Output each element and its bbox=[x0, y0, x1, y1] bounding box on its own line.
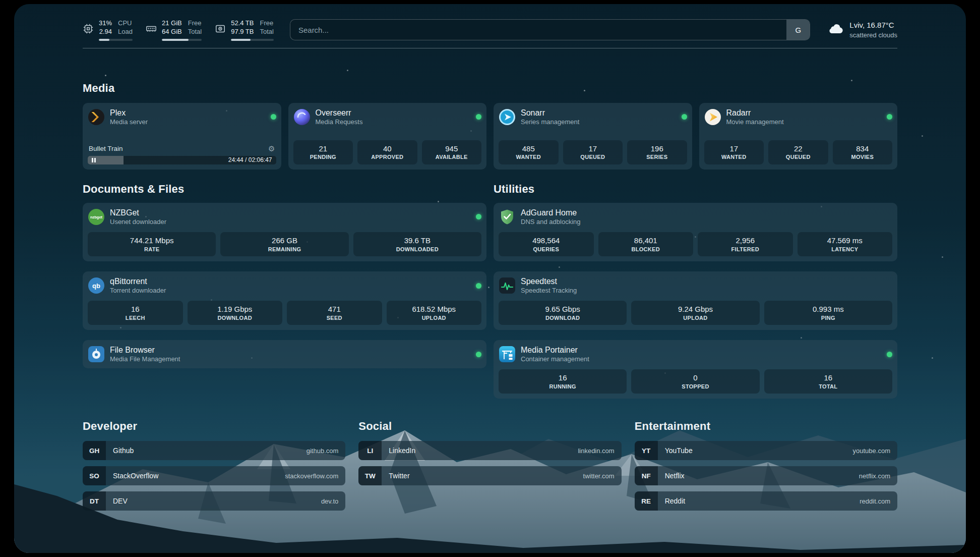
bookmark-twitter[interactable]: TW Twitter twitter.com bbox=[358, 466, 621, 485]
bookmark-abbr: DT bbox=[83, 491, 106, 511]
developer-section-title: Developer bbox=[83, 420, 345, 433]
service-card-nzbget[interactable]: nzbget NZBGet Usenet downloader 74 bbox=[83, 203, 486, 261]
service-card-plex[interactable]: Plex Media server Bullet Train ⚙ bbox=[83, 103, 281, 170]
service-name: Media Portainer bbox=[521, 345, 589, 355]
social-section-title: Social bbox=[358, 420, 621, 433]
service-name: AdGuard Home bbox=[521, 208, 581, 218]
bookmark-name: DEV bbox=[113, 497, 128, 505]
bookmark-name: Netflix bbox=[665, 472, 685, 480]
stat-wanted: 485 WANTED bbox=[499, 140, 559, 164]
bookmark-dev[interactable]: DT DEV dev.to bbox=[83, 491, 345, 511]
disk-total-label: Total bbox=[260, 28, 273, 36]
bookmark-url: dev.to bbox=[321, 497, 338, 505]
stat-queries: 498,564 QUERIES bbox=[499, 232, 594, 256]
resource-widgets: 31% 2.94 CPU Load bbox=[83, 19, 274, 41]
plex-now-playing: Bullet Train ⚙ 24:44 / 02:06:47 bbox=[88, 145, 276, 164]
stat-available: 945 AVAILABLE bbox=[422, 140, 482, 164]
service-name: File Browser bbox=[110, 345, 180, 355]
service-description: Media Requests bbox=[316, 118, 363, 126]
disk-icon bbox=[215, 23, 226, 36]
pause-icon[interactable] bbox=[91, 158, 96, 162]
service-card-filebrowser[interactable]: File Browser Media File Management bbox=[83, 340, 486, 368]
service-card-overseerr[interactable]: Overseerr Media Requests 21 PENDING 40 A… bbox=[288, 103, 487, 170]
service-description: Movie management bbox=[726, 118, 784, 126]
cpu-load-value: 2.94 bbox=[99, 28, 112, 36]
stat-pending: 21 PENDING bbox=[293, 140, 353, 164]
service-card-adguard[interactable]: AdGuard Home DNS and adblocking 498,564 … bbox=[494, 203, 897, 261]
bookmark-abbr: LI bbox=[358, 441, 382, 460]
bookmark-netflix[interactable]: NF Netflix netflix.com bbox=[635, 466, 897, 485]
service-card-speedtest[interactable]: Speedtest Speedtest Tracking 9.65 Gbps D… bbox=[494, 271, 897, 330]
status-dot bbox=[682, 114, 687, 120]
stat-ping: 0.993 ms PING bbox=[764, 301, 892, 325]
stat-rate: 744.21 Mbps RATE bbox=[88, 232, 216, 256]
weather-location: Lviv, 16.87°C bbox=[849, 20, 897, 30]
service-description: Container management bbox=[521, 355, 589, 363]
stat-approved: 40 APPROVED bbox=[357, 140, 417, 164]
bookmark-github[interactable]: GH Github github.com bbox=[83, 441, 345, 460]
section-documents-files: Documents & Files nzbget bbox=[83, 183, 486, 399]
bookmark-name: StackOverflow bbox=[113, 472, 158, 480]
bookmarks-developer: Developer GH Github github.com SO StackO… bbox=[83, 420, 345, 511]
bookmark-url: reddit.com bbox=[860, 497, 890, 505]
service-description: Series management bbox=[521, 118, 579, 126]
bookmark-url: github.com bbox=[307, 447, 339, 455]
stat-total: 16 TOTAL bbox=[764, 369, 892, 394]
service-card-portainer[interactable]: Media Portainer Container management 16 … bbox=[494, 340, 897, 399]
service-description: Torrent downloader bbox=[110, 287, 166, 295]
section-media: Media Plex bbox=[83, 82, 897, 170]
bookmarks-social: Social LI LinkedIn linkedin.com TW Twitt… bbox=[358, 420, 621, 511]
utilities-section-title: Utilities bbox=[494, 183, 897, 196]
service-card-radarr[interactable]: Radarr Movie management 17 WANTED 22 QUE… bbox=[699, 103, 898, 170]
disk-free-value: 52.4 TB bbox=[231, 19, 254, 28]
radarr-icon bbox=[704, 108, 721, 126]
memory-free-label: Free bbox=[188, 19, 202, 28]
filebrowser-icon bbox=[88, 346, 105, 363]
stat-filtered: 2,956 FILTERED bbox=[698, 232, 793, 256]
bookmark-abbr: YT bbox=[635, 441, 658, 460]
stat-upload: 618.52 Mbps UPLOAD bbox=[387, 301, 482, 325]
status-dot bbox=[476, 352, 481, 357]
adguard-icon bbox=[499, 208, 516, 226]
overseerr-icon bbox=[293, 108, 311, 126]
service-name: Radarr bbox=[726, 108, 784, 118]
media-section-title: Media bbox=[83, 82, 897, 95]
service-description: Speedtest Tracking bbox=[521, 287, 577, 295]
bookmark-url: linkedin.com bbox=[578, 447, 614, 455]
cpu-label: CPU bbox=[118, 19, 133, 28]
stat-download: 1.19 Gbps DOWNLOAD bbox=[188, 301, 283, 325]
stat-downloaded: 39.6 TB DOWNLOADED bbox=[353, 232, 481, 256]
memory-total-label: Total bbox=[188, 28, 202, 36]
stat-queued: 17 QUEUED bbox=[563, 140, 623, 164]
portainer-icon bbox=[499, 346, 516, 363]
bookmark-linkedin[interactable]: LI LinkedIn linkedin.com bbox=[358, 441, 621, 460]
bookmark-url: twitter.com bbox=[583, 472, 615, 480]
service-name: Plex bbox=[110, 108, 148, 118]
search-input[interactable] bbox=[290, 20, 786, 40]
status-dot bbox=[887, 352, 892, 357]
bookmark-abbr: TW bbox=[358, 466, 382, 485]
search-provider-button[interactable]: G bbox=[786, 20, 810, 40]
bookmark-stackoverflow[interactable]: SO StackOverflow stackoverflow.com bbox=[83, 466, 345, 485]
service-card-sonarr[interactable]: Sonarr Series management 485 WANTED 17 Q… bbox=[494, 103, 692, 170]
playback-progress-bar[interactable]: 24:44 / 02:06:47 bbox=[88, 156, 276, 164]
stat-blocked: 86,401 BLOCKED bbox=[598, 232, 694, 256]
speedtest-icon bbox=[499, 277, 516, 294]
service-name: Sonarr bbox=[521, 108, 579, 118]
sonarr-icon bbox=[499, 108, 516, 126]
entertainment-section-title: Entertainment bbox=[635, 420, 897, 433]
status-dot bbox=[476, 214, 481, 219]
bookmark-abbr: RE bbox=[635, 491, 658, 511]
gear-icon[interactable]: ⚙ bbox=[268, 145, 275, 152]
memory-progress-bar bbox=[162, 39, 202, 41]
cpu-progress-bar bbox=[99, 39, 133, 41]
bookmark-name: LinkedIn bbox=[389, 447, 415, 455]
bookmark-youtube[interactable]: YT YouTube youtube.com bbox=[635, 441, 897, 460]
top-bar: 31% 2.94 CPU Load bbox=[83, 4, 897, 41]
cpu-usage-value: 31% bbox=[99, 19, 112, 28]
service-name: Overseerr bbox=[316, 108, 363, 118]
bookmark-abbr: SO bbox=[83, 466, 106, 485]
stat-seed: 471 SEED bbox=[287, 301, 382, 325]
service-card-qbittorrent[interactable]: qb qBittorrent Torrent downloader bbox=[83, 271, 486, 330]
bookmark-reddit[interactable]: RE Reddit reddit.com bbox=[635, 491, 897, 511]
